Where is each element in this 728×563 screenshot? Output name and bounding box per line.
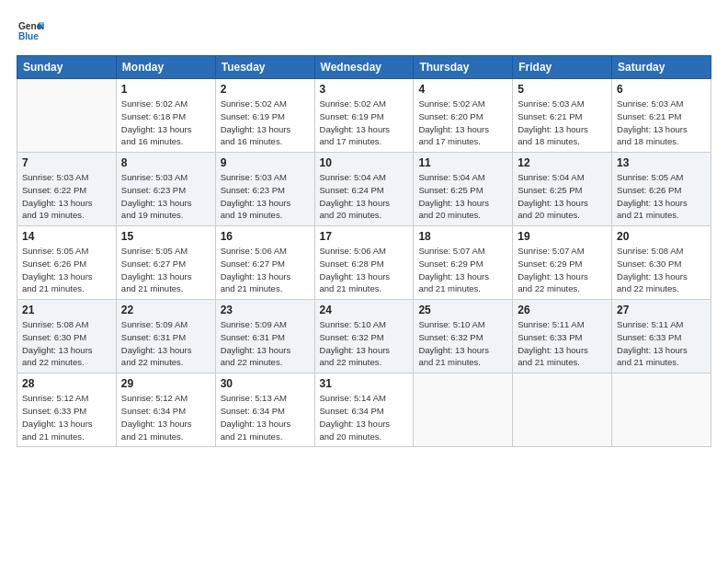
calendar-cell: 24Sunrise: 5:10 AMSunset: 6:32 PMDayligh… bbox=[314, 300, 414, 373]
day-info: Sunrise: 5:03 AMSunset: 6:23 PMDaylight:… bbox=[121, 171, 210, 222]
day-number: 13 bbox=[617, 156, 706, 169]
day-info: Sunrise: 5:02 AMSunset: 6:20 PMDaylight:… bbox=[418, 98, 507, 148]
calendar-cell: 19Sunrise: 5:07 AMSunset: 6:29 PMDayligh… bbox=[513, 226, 612, 300]
day-number: 1 bbox=[121, 83, 210, 96]
col-header-friday: Friday bbox=[513, 56, 612, 79]
calendar-cell: 26Sunrise: 5:11 AMSunset: 6:33 PMDayligh… bbox=[513, 300, 612, 373]
calendar-cell: 5Sunrise: 5:03 AMSunset: 6:21 PMDaylight… bbox=[513, 79, 612, 153]
calendar-cell: 9Sunrise: 5:03 AMSunset: 6:23 PMDaylight… bbox=[215, 153, 314, 226]
day-number: 18 bbox=[418, 230, 507, 243]
day-number: 28 bbox=[22, 377, 111, 390]
day-number: 17 bbox=[320, 230, 409, 243]
calendar-cell: 2Sunrise: 5:02 AMSunset: 6:19 PMDaylight… bbox=[215, 79, 314, 153]
day-number: 24 bbox=[320, 304, 409, 316]
day-number: 22 bbox=[121, 304, 210, 316]
calendar-cell: 23Sunrise: 5:09 AMSunset: 6:31 PMDayligh… bbox=[215, 300, 314, 373]
col-header-saturday: Saturday bbox=[612, 56, 711, 79]
day-info: Sunrise: 5:05 AMSunset: 6:27 PMDaylight:… bbox=[121, 245, 210, 295]
day-info: Sunrise: 5:14 AMSunset: 6:34 PMDaylight:… bbox=[320, 392, 409, 442]
day-number: 15 bbox=[121, 230, 210, 243]
svg-text:Blue: Blue bbox=[18, 31, 39, 41]
day-info: Sunrise: 5:06 AMSunset: 6:28 PMDaylight:… bbox=[320, 245, 409, 295]
day-number: 2 bbox=[221, 83, 310, 96]
day-number: 5 bbox=[518, 83, 607, 96]
calendar-cell: 14Sunrise: 5:05 AMSunset: 6:26 PMDayligh… bbox=[17, 226, 117, 300]
calendar-cell: 10Sunrise: 5:04 AMSunset: 6:24 PMDayligh… bbox=[314, 153, 414, 226]
day-info: Sunrise: 5:10 AMSunset: 6:32 PMDaylight:… bbox=[320, 318, 409, 369]
day-number: 19 bbox=[518, 230, 607, 243]
header: General Blue bbox=[17, 15, 711, 48]
day-info: Sunrise: 5:03 AMSunset: 6:21 PMDaylight:… bbox=[518, 98, 607, 148]
day-info: Sunrise: 5:05 AMSunset: 6:26 PMDaylight:… bbox=[617, 171, 706, 222]
day-info: Sunrise: 5:13 AMSunset: 6:34 PMDaylight:… bbox=[221, 392, 310, 442]
day-info: Sunrise: 5:08 AMSunset: 6:30 PMDaylight:… bbox=[22, 318, 111, 369]
col-header-sunday: Sunday bbox=[17, 56, 117, 79]
day-info: Sunrise: 5:12 AMSunset: 6:34 PMDaylight:… bbox=[121, 392, 210, 442]
day-number: 23 bbox=[221, 304, 310, 316]
calendar-cell: 21Sunrise: 5:08 AMSunset: 6:30 PMDayligh… bbox=[17, 300, 117, 373]
day-info: Sunrise: 5:07 AMSunset: 6:29 PMDaylight:… bbox=[518, 245, 607, 295]
calendar-cell: 15Sunrise: 5:05 AMSunset: 6:27 PMDayligh… bbox=[116, 226, 215, 300]
header-row: SundayMondayTuesdayWednesdayThursdayFrid… bbox=[17, 56, 711, 79]
day-number: 29 bbox=[121, 377, 210, 390]
day-info: Sunrise: 5:02 AMSunset: 6:19 PMDaylight:… bbox=[221, 98, 310, 148]
day-info: Sunrise: 5:03 AMSunset: 6:22 PMDaylight:… bbox=[22, 171, 111, 222]
col-header-thursday: Thursday bbox=[414, 56, 513, 79]
calendar-week-row: 1Sunrise: 5:02 AMSunset: 6:18 PMDaylight… bbox=[17, 79, 711, 153]
logo-icon: General Blue bbox=[18, 18, 44, 44]
day-info: Sunrise: 5:03 AMSunset: 6:23 PMDaylight:… bbox=[221, 171, 310, 222]
day-number: 11 bbox=[418, 156, 507, 169]
day-info: Sunrise: 5:12 AMSunset: 6:33 PMDaylight:… bbox=[22, 392, 111, 442]
calendar-cell: 4Sunrise: 5:02 AMSunset: 6:20 PMDaylight… bbox=[414, 79, 513, 153]
calendar-cell bbox=[17, 79, 117, 153]
day-number: 10 bbox=[320, 156, 409, 169]
col-header-wednesday: Wednesday bbox=[314, 56, 414, 79]
day-info: Sunrise: 5:04 AMSunset: 6:24 PMDaylight:… bbox=[320, 171, 409, 222]
calendar-table: SundayMondayTuesdayWednesdayThursdayFrid… bbox=[17, 55, 711, 447]
calendar-week-row: 21Sunrise: 5:08 AMSunset: 6:30 PMDayligh… bbox=[17, 300, 711, 373]
calendar-cell: 20Sunrise: 5:08 AMSunset: 6:30 PMDayligh… bbox=[612, 226, 711, 300]
calendar-cell: 7Sunrise: 5:03 AMSunset: 6:22 PMDaylight… bbox=[17, 153, 117, 226]
calendar-cell: 28Sunrise: 5:12 AMSunset: 6:33 PMDayligh… bbox=[17, 373, 117, 447]
calendar-cell bbox=[513, 373, 612, 447]
day-number: 21 bbox=[22, 304, 111, 316]
day-number: 20 bbox=[617, 230, 706, 243]
logo: General Blue bbox=[17, 18, 44, 48]
calendar-cell: 8Sunrise: 5:03 AMSunset: 6:23 PMDaylight… bbox=[116, 153, 215, 226]
calendar-cell: 13Sunrise: 5:05 AMSunset: 6:26 PMDayligh… bbox=[612, 153, 711, 226]
calendar-cell: 25Sunrise: 5:10 AMSunset: 6:32 PMDayligh… bbox=[414, 300, 513, 373]
day-info: Sunrise: 5:02 AMSunset: 6:18 PMDaylight:… bbox=[121, 98, 210, 148]
day-info: Sunrise: 5:10 AMSunset: 6:32 PMDaylight:… bbox=[418, 318, 507, 369]
day-number: 16 bbox=[221, 230, 310, 243]
day-number: 6 bbox=[617, 83, 706, 96]
calendar-cell: 16Sunrise: 5:06 AMSunset: 6:27 PMDayligh… bbox=[215, 226, 314, 300]
calendar-cell: 1Sunrise: 5:02 AMSunset: 6:18 PMDaylight… bbox=[116, 79, 215, 153]
calendar-week-row: 7Sunrise: 5:03 AMSunset: 6:22 PMDaylight… bbox=[17, 153, 711, 226]
day-info: Sunrise: 5:04 AMSunset: 6:25 PMDaylight:… bbox=[518, 171, 607, 222]
day-number: 3 bbox=[320, 83, 409, 96]
calendar-cell: 11Sunrise: 5:04 AMSunset: 6:25 PMDayligh… bbox=[414, 153, 513, 226]
calendar-cell: 6Sunrise: 5:03 AMSunset: 6:21 PMDaylight… bbox=[612, 79, 711, 153]
day-info: Sunrise: 5:09 AMSunset: 6:31 PMDaylight:… bbox=[221, 318, 310, 369]
day-info: Sunrise: 5:04 AMSunset: 6:25 PMDaylight:… bbox=[418, 171, 507, 222]
calendar-week-row: 14Sunrise: 5:05 AMSunset: 6:26 PMDayligh… bbox=[17, 226, 711, 300]
day-info: Sunrise: 5:08 AMSunset: 6:30 PMDaylight:… bbox=[617, 245, 706, 295]
day-number: 14 bbox=[22, 230, 111, 243]
day-number: 25 bbox=[418, 304, 507, 316]
day-number: 30 bbox=[221, 377, 310, 390]
day-info: Sunrise: 5:05 AMSunset: 6:26 PMDaylight:… bbox=[22, 245, 111, 295]
calendar-cell: 30Sunrise: 5:13 AMSunset: 6:34 PMDayligh… bbox=[215, 373, 314, 447]
day-number: 9 bbox=[221, 156, 310, 169]
day-info: Sunrise: 5:02 AMSunset: 6:19 PMDaylight:… bbox=[320, 98, 409, 148]
calendar-page: General Blue SundayMondayTuesdayWednesda… bbox=[0, 0, 728, 563]
day-number: 27 bbox=[617, 304, 706, 316]
day-number: 31 bbox=[320, 377, 409, 390]
day-info: Sunrise: 5:07 AMSunset: 6:29 PMDaylight:… bbox=[418, 245, 507, 295]
day-info: Sunrise: 5:03 AMSunset: 6:21 PMDaylight:… bbox=[617, 98, 706, 148]
calendar-cell: 12Sunrise: 5:04 AMSunset: 6:25 PMDayligh… bbox=[513, 153, 612, 226]
col-header-tuesday: Tuesday bbox=[215, 56, 314, 79]
calendar-cell: 17Sunrise: 5:06 AMSunset: 6:28 PMDayligh… bbox=[314, 226, 414, 300]
day-number: 8 bbox=[121, 156, 210, 169]
day-info: Sunrise: 5:11 AMSunset: 6:33 PMDaylight:… bbox=[617, 318, 706, 369]
calendar-cell: 3Sunrise: 5:02 AMSunset: 6:19 PMDaylight… bbox=[314, 79, 414, 153]
